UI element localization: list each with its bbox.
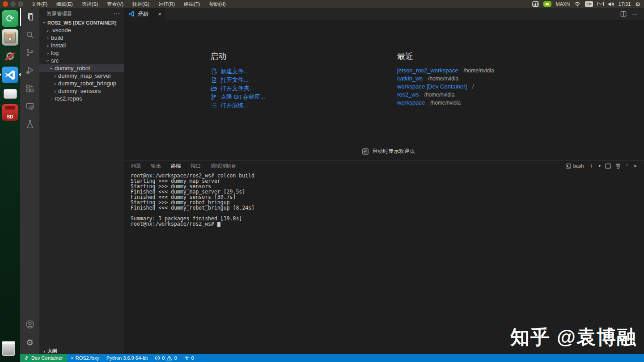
- testing-icon[interactable]: [20, 115, 39, 133]
- extensions-icon[interactable]: [20, 80, 39, 97]
- new-file-link[interactable]: 新建文件...: [210, 67, 265, 76]
- ports-indicator[interactable]: 0: [181, 354, 198, 362]
- disk-image-icon[interactable]: [2, 85, 18, 102]
- search-icon[interactable]: [20, 26, 39, 44]
- activity-bar: ⚙: [20, 8, 39, 354]
- tree-item-log[interactable]: ›log: [39, 49, 124, 57]
- remote-indicator[interactable]: Dev Container: [20, 354, 67, 362]
- account-icon[interactable]: [20, 316, 39, 333]
- tab-label: 开始: [137, 10, 148, 18]
- sidebar-more-actions[interactable]: ···: [114, 10, 120, 17]
- menu-bar: 文件(F) 编辑(E) 选择(S) 查看(V) 转到(G) 运行(R) 终端(T…: [28, 0, 229, 8]
- show-welcome-checkbox[interactable]: ✓: [362, 148, 369, 155]
- window-minimize-button[interactable]: −: [10, 1, 16, 7]
- start-section-title: 启动: [210, 51, 265, 62]
- open-walkthrough-link[interactable]: 打开演练...: [210, 101, 265, 109]
- source-control-icon[interactable]: [20, 44, 39, 62]
- system-monitor-icon[interactable]: [532, 1, 539, 7]
- ros-status-item[interactable]: × ROS2.foxy: [67, 354, 103, 362]
- vscode-dock-icon[interactable]: [2, 67, 18, 83]
- panel-tab-debug-console[interactable]: 调试控制台: [211, 161, 236, 171]
- gpu-mode-label[interactable]: MAXN: [556, 1, 570, 7]
- chevron-down-icon: ›: [49, 65, 54, 72]
- tree-item-dummy-robot[interactable]: ›dummy_robot: [39, 64, 124, 72]
- tree-item-dummy-sensors[interactable]: ›dummy_sensors: [39, 87, 124, 95]
- tree-item-install[interactable]: ›install: [39, 42, 124, 49]
- menu-view[interactable]: 查看(V): [103, 0, 127, 8]
- menu-goto[interactable]: 转到(G): [129, 0, 153, 8]
- tree-item-dummy-map-server[interactable]: ›dummy_map_server: [39, 72, 124, 80]
- sidebar-title: 资源管理器: [47, 10, 72, 17]
- editor-tab-bar: 开始 × ⋯: [124, 8, 644, 20]
- chevron-right-icon: ›: [41, 349, 47, 354]
- shell-selector[interactable]: bash: [566, 163, 584, 168]
- window-maximize-button[interactable]: ▫: [18, 1, 23, 7]
- menu-selection[interactable]: 选择(S): [78, 0, 102, 8]
- split-editor-icon[interactable]: [620, 11, 627, 17]
- kill-terminal-icon[interactable]: [615, 163, 621, 169]
- git-branch-icon: [210, 94, 217, 100]
- focused-indicator: [19, 73, 21, 76]
- tree-item-dummy-robot-bringup[interactable]: ›dummy_robot_bringup: [39, 80, 124, 87]
- settings-gear-icon[interactable]: ⚙: [20, 333, 39, 351]
- remote-icon: [24, 355, 29, 361]
- recent-item[interactable]: workspace [Dev Container] /: [397, 83, 494, 91]
- sd-card-formatter-icon[interactable]: SD: [2, 104, 18, 121]
- tree-item-root[interactable]: ›ROS2_WS [DEV CONTAINER]: [39, 19, 124, 26]
- nvidia-icon[interactable]: [543, 1, 551, 7]
- menu-edit[interactable]: 编辑(E): [53, 0, 76, 8]
- trash-icon[interactable]: [2, 341, 15, 356]
- chevron-down-icon: ›: [42, 20, 47, 26]
- tree-item-ros2-repos[interactable]: ≡ros2.repos: [39, 95, 124, 102]
- tree-item-vscode-folder[interactable]: ›.vscode: [39, 26, 124, 34]
- split-terminal-icon[interactable]: [605, 163, 611, 169]
- run-debug-icon[interactable]: [20, 62, 39, 80]
- software-updater-icon[interactable]: ⟳: [2, 10, 18, 27]
- recent-section-title: 最近: [397, 51, 494, 62]
- recent-item[interactable]: jetson_ros2_workspace /home/nvidia: [397, 67, 494, 75]
- open-file-link[interactable]: 打开文件...: [210, 76, 265, 84]
- chevron-right-icon: ›: [52, 73, 58, 79]
- vscode-window: ⚙ 资源管理器 ··· ›ROS2_WS [DEV CONTAINER] ›.v…: [20, 8, 644, 362]
- recent-item[interactable]: workspace /home/nvidia: [397, 99, 494, 107]
- keyboard-layout-indicator[interactable]: En: [585, 1, 593, 7]
- close-panel-icon[interactable]: ×: [633, 163, 637, 169]
- editor-more-actions-icon[interactable]: ⋯: [632, 11, 638, 17]
- new-terminal-icon[interactable]: ＋: [588, 162, 594, 170]
- list-icon: [210, 103, 217, 108]
- tab-close-icon[interactable]: ×: [158, 11, 161, 17]
- tree-item-build[interactable]: ›build: [39, 34, 124, 42]
- tree-item-src[interactable]: ›src: [39, 57, 124, 64]
- mail-icon[interactable]: [597, 2, 604, 6]
- panel-tab-terminal[interactable]: 终端: [171, 161, 181, 171]
- menu-run[interactable]: 运行(R): [155, 0, 178, 8]
- open-folder-link[interactable]: 打开文件夹...: [210, 84, 265, 93]
- tab-welcome[interactable]: 开始 ×: [124, 8, 165, 20]
- panel-tab-problems[interactable]: 问题: [131, 161, 141, 171]
- menu-help[interactable]: 帮助(H): [205, 0, 229, 8]
- chevron-right-icon: ›: [45, 43, 51, 48]
- settings-icon[interactable]: ⚙: [635, 1, 640, 7]
- recent-item[interactable]: catkin_ws /home/nvidia: [397, 75, 494, 83]
- maximize-panel-icon[interactable]: ⌃: [625, 164, 629, 168]
- terminal-dropdown-icon[interactable]: ▾: [598, 164, 601, 168]
- terminal-prompt-line: root@nx:/workspace/ros2_ws#: [131, 221, 644, 227]
- chevron-right-icon: ›: [45, 28, 51, 33]
- clock[interactable]: 17:31: [619, 1, 631, 7]
- clone-git-repo-link[interactable]: 克隆 Git 存储库...: [210, 93, 265, 101]
- menu-file[interactable]: 文件(F): [28, 0, 51, 8]
- panel-tab-ports[interactable]: 端口: [191, 161, 201, 171]
- wifi-icon[interactable]: [574, 2, 580, 7]
- python-version-item[interactable]: Python 3.6.9 64-bit: [103, 354, 151, 362]
- panel-tab-output[interactable]: 输出: [151, 161, 161, 171]
- problems-indicator[interactable]: 0 0: [151, 354, 180, 362]
- explorer-icon[interactable]: [20, 8, 39, 26]
- menu-terminal[interactable]: 终端(T): [180, 0, 203, 8]
- window-close-button[interactable]: ×: [3, 1, 8, 7]
- outline-section[interactable]: ›大纲: [39, 348, 124, 354]
- system-tools-icon[interactable]: ⚙: [2, 48, 18, 64]
- recent-item[interactable]: ros2_ws /home/nvidia: [397, 91, 494, 99]
- file-manager-icon[interactable]: [2, 29, 18, 46]
- remote-explorer-icon[interactable]: [20, 97, 39, 115]
- volume-icon[interactable]: [608, 2, 614, 7]
